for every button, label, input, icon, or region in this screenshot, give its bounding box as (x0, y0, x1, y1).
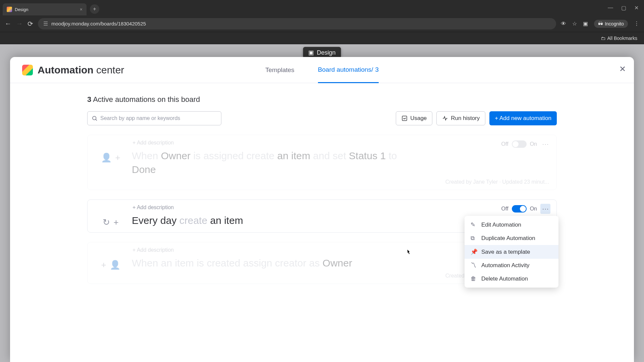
address-bar: ← → ⟳ ☰ moodjoy.monday.com/boards/183042… (0, 15, 644, 32)
kebab-menu-icon[interactable]: ⋮ (634, 20, 639, 27)
automation-card[interactable]: + Add description Off On ⋯ 👤 + When Owne… (87, 135, 557, 190)
page-title-pill: ▣ Design (303, 47, 341, 58)
incognito-label: Incognito (605, 21, 624, 26)
all-bookmarks-link[interactable]: All Bookmarks (607, 36, 637, 41)
site-info-icon[interactable]: ☰ (43, 20, 48, 27)
modal-title: Automation center (38, 64, 124, 76)
activity-icon: 〽 (471, 262, 477, 269)
forward-button: → (16, 20, 23, 27)
toggle-switch[interactable] (512, 205, 527, 213)
monday-logo-icon (22, 65, 33, 75)
automation-sentence: When Owner is assigned create an item an… (132, 149, 549, 176)
url-field[interactable]: ☰ moodjoy.monday.com/boards/1830420525 (38, 18, 556, 29)
on-label: On (530, 206, 537, 212)
favicon (7, 7, 12, 12)
person-icon: 👤 (110, 260, 120, 270)
activity-icon (442, 115, 448, 121)
trash-icon: 🗑 (471, 276, 477, 282)
svg-point-0 (93, 116, 96, 120)
off-label: Off (501, 141, 508, 147)
search-field[interactable] (100, 115, 217, 121)
maximize-icon[interactable]: ▢ (621, 5, 626, 11)
browser-tab-strip: Design × + — ▢ ✕ (0, 0, 644, 15)
chart-icon (401, 115, 408, 121)
plus-icon: + (115, 153, 120, 163)
incognito-icon: 🕶 (598, 21, 603, 26)
menu-save-template[interactable]: 📌 Save as a template (465, 245, 558, 259)
menu-delete-automation[interactable]: 🗑 Delete Automation (465, 272, 558, 286)
close-window-icon[interactable]: ✕ (634, 5, 639, 11)
card-controls: Off On ⋯ (501, 139, 550, 149)
context-menu: ✎ Edit Automation ⧉ Duplicate Automation… (465, 216, 558, 288)
modal-tabs: Templates Board automations / 3 (265, 57, 379, 83)
mouse-cursor (405, 248, 412, 257)
menu-edit-automation[interactable]: ✎ Edit Automation (465, 218, 558, 232)
tab-board-automations[interactable]: Board automations / 3 (318, 57, 379, 83)
minimize-icon[interactable]: — (608, 5, 613, 11)
pencil-icon: ✎ (471, 221, 477, 228)
card-meta: Created by Jane Tyler · Updated 23 minut… (96, 179, 549, 185)
svg-line-1 (96, 119, 97, 120)
tab-templates[interactable]: Templates (265, 57, 294, 83)
automation-center-modal: Automation center Templates Board automa… (10, 57, 634, 362)
more-menu-button[interactable]: ⋯ (540, 139, 550, 149)
star-icon[interactable]: ☆ (572, 20, 577, 27)
url-text: moodjoy.monday.com/boards/1830420525 (51, 21, 146, 26)
tab-title: Design (15, 7, 77, 12)
toolbar: Usage Run history + Add new automation (87, 111, 557, 125)
reload-button[interactable]: ⟳ (28, 20, 33, 28)
page-pill-label: Design (317, 49, 335, 56)
add-description-link[interactable]: + Add description (132, 204, 549, 210)
new-tab-button[interactable]: + (90, 4, 99, 14)
window-controls: — ▢ ✕ (608, 5, 641, 11)
folder-icon: 🗀 (601, 36, 605, 41)
summary-line: 3 Active automations on this board (87, 95, 557, 104)
copy-icon: ⧉ (471, 235, 477, 242)
run-history-button[interactable]: Run history (436, 111, 485, 125)
pin-icon: 📌 (471, 248, 477, 255)
add-description-link[interactable]: + Add description (132, 140, 549, 146)
menu-duplicate-automation[interactable]: ⧉ Duplicate Automation (465, 232, 558, 245)
svg-rect-2 (402, 116, 407, 121)
plus-icon: + (113, 217, 118, 228)
on-label: On (530, 141, 537, 147)
back-button[interactable]: ← (5, 20, 11, 27)
off-label: Off (501, 206, 508, 212)
add-automation-button[interactable]: + Add new automation (489, 111, 557, 125)
browser-tab[interactable]: Design × (3, 3, 87, 15)
panel-icon[interactable]: ▣ (583, 20, 588, 27)
close-modal-button[interactable]: ✕ (619, 64, 626, 74)
menu-automation-activity[interactable]: 〽 Automation Activity (465, 259, 558, 272)
plus-icon: + (101, 260, 106, 270)
eye-off-icon[interactable]: 👁 (561, 21, 566, 27)
repeat-icon: ↻ (103, 217, 110, 228)
more-menu-button[interactable]: ⋯ (540, 204, 550, 214)
toggle-switch[interactable] (512, 140, 527, 148)
search-icon (92, 115, 98, 121)
search-input[interactable] (87, 111, 221, 125)
automation-card[interactable]: + Add description Off On ⋯ ↻ + Every day… (87, 199, 557, 233)
usage-button[interactable]: Usage (396, 111, 432, 125)
incognito-badge[interactable]: 🕶 Incognito (594, 20, 628, 28)
bookmarks-bar: 🗀 All Bookmarks (0, 32, 644, 44)
close-tab-icon[interactable]: × (80, 7, 83, 12)
modal-body: 3 Active automations on this board Usage… (10, 83, 634, 284)
card-controls: Off On ⋯ (501, 204, 550, 214)
modal-header: Automation center Templates Board automa… (10, 57, 634, 83)
person-icon: 👤 (101, 153, 112, 163)
panel-icon: ▣ (308, 49, 314, 56)
